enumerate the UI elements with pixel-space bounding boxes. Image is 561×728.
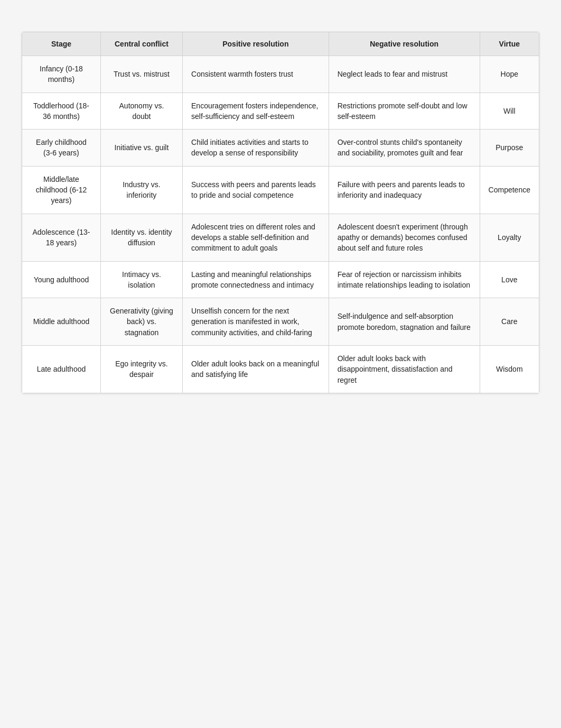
table-row: Early childhood (3-6 years)Initiative vs… [22, 130, 539, 167]
cell-stage: Late adulthood [22, 346, 101, 393]
cell-negative: Restrictions promote self-doubt and low … [329, 93, 480, 130]
cell-positive: Consistent warmth fosters trust [183, 56, 329, 93]
cell-conflict: Ego integrity vs. despair [100, 346, 182, 393]
cell-negative: Failure with peers and parents leads to … [329, 166, 480, 214]
cell-virtue: Will [480, 93, 539, 130]
cell-stage: Infancy (0-18 months) [22, 56, 101, 93]
cell-positive: Lasting and meaningful relationships pro… [183, 261, 329, 298]
cell-virtue: Competence [480, 166, 539, 214]
cell-negative: Over-control stunts child's spontaneity … [329, 130, 480, 167]
cell-stage: Young adulthood [22, 261, 101, 298]
cell-positive: Child initiates activities and starts to… [183, 130, 329, 167]
cell-conflict: Industry vs. inferiority [100, 166, 182, 214]
header-virtue: Virtue [480, 32, 539, 56]
cell-stage: Middle adulthood [22, 298, 101, 346]
cell-stage: Adolescence (13-18 years) [22, 214, 101, 261]
table-row: Late adulthoodEgo integrity vs. despairO… [22, 346, 539, 393]
cell-positive: Adolescent tries on different roles and … [183, 214, 329, 261]
cell-conflict: Autonomy vs. doubt [100, 93, 182, 130]
cell-conflict: Intimacy vs. isolation [100, 261, 182, 298]
cell-conflict: Trust vs. mistrust [100, 56, 182, 93]
header-stage: Stage [22, 32, 101, 56]
cell-negative: Neglect leads to fear and mistrust [329, 56, 480, 93]
table-header-row: Stage Central conflict Positive resoluti… [22, 32, 539, 56]
cell-negative: Older adult looks back with disappointme… [329, 346, 480, 393]
cell-conflict: Generativity (giving back) vs. stagnatio… [100, 298, 182, 346]
table-row: Adolescence (13-18 years)Identity vs. id… [22, 214, 539, 261]
cell-positive: Success with peers and parents leads to … [183, 166, 329, 214]
table-row: Young adulthoodIntimacy vs. isolationLas… [22, 261, 539, 298]
table-row: Middle adulthoodGenerativity (giving bac… [22, 298, 539, 346]
cell-conflict: Initiative vs. guilt [100, 130, 182, 167]
erikson-stages-table: Stage Central conflict Positive resoluti… [22, 32, 539, 393]
cell-positive: Older adult looks back on a meaningful a… [183, 346, 329, 393]
cell-virtue: Love [480, 261, 539, 298]
cell-stage: Toddlerhood (18-36 months) [22, 93, 101, 130]
cell-virtue: Purpose [480, 130, 539, 167]
cell-negative: Fear of rejection or narcissism inhibits… [329, 261, 480, 298]
cell-conflict: Identity vs. identity diffusion [100, 214, 182, 261]
cell-stage: Middle/late childhood (6-12 years) [22, 166, 101, 214]
cell-virtue: Wisdom [480, 346, 539, 393]
header-positive: Positive resolution [183, 32, 329, 56]
cell-positive: Encouragement fosters independence, self… [183, 93, 329, 130]
cell-virtue: Care [480, 298, 539, 346]
table-row: Infancy (0-18 months)Trust vs. mistrustC… [22, 56, 539, 93]
table-row: Toddlerhood (18-36 months)Autonomy vs. d… [22, 93, 539, 130]
cell-virtue: Hope [480, 56, 539, 93]
cell-positive: Unselfish concern for the next generatio… [183, 298, 329, 346]
table-row: Middle/late childhood (6-12 years)Indust… [22, 166, 539, 214]
cell-stage: Early childhood (3-6 years) [22, 130, 101, 167]
header-negative: Negative resolution [329, 32, 480, 56]
cell-negative: Adolescent doesn't experiment (through a… [329, 214, 480, 261]
cell-negative: Self-indulgence and self-absorption prom… [329, 298, 480, 346]
header-conflict: Central conflict [100, 32, 182, 56]
cell-virtue: Loyalty [480, 214, 539, 261]
